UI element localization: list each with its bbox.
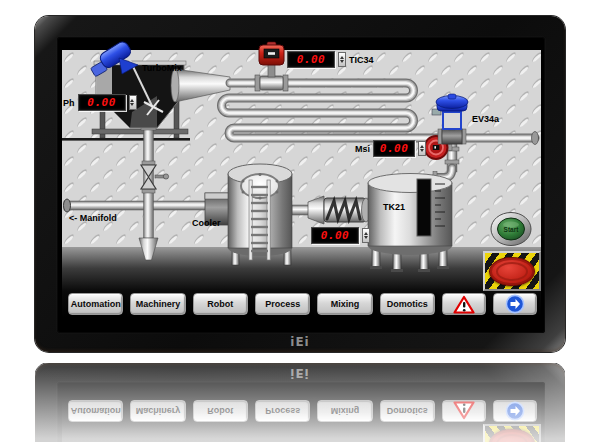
- tic34-display: 0.00 TIC34: [287, 51, 374, 68]
- reflection-fade-overlay: [35, 363, 565, 442]
- brand-logo: iEi: [35, 335, 565, 349]
- nav-button-process: Process: [255, 400, 310, 422]
- ev34a-label: EV34a: [472, 114, 499, 124]
- nav-button-row: Automation Machinery Robot Process Mixin…: [68, 400, 537, 422]
- start-button[interactable]: Start: [491, 213, 531, 246]
- nav-button-robot[interactable]: Robot: [193, 293, 248, 315]
- tk21-label: TK21: [383, 202, 405, 212]
- emergency-stop-panel: [483, 424, 541, 442]
- conveyor-display: 0.00: [311, 227, 370, 244]
- ph-spinner[interactable]: [129, 95, 137, 110]
- blue-arrow-icon: [505, 294, 525, 314]
- floor-shadow-band: [62, 397, 541, 442]
- msi-spinner[interactable]: [418, 141, 426, 156]
- nav-button-robot: Robot: [193, 400, 248, 422]
- monitor: Start TurboMix EV34a TK21 Cooler <- Mani…: [35, 16, 565, 352]
- nav-button-mixing: Mixing: [317, 400, 372, 422]
- ph-display-label: Ph: [63, 98, 75, 108]
- conveyor-display-box[interactable]: 0.00: [311, 227, 359, 244]
- emergency-stop-button: [489, 430, 535, 442]
- emergency-stop-panel: [483, 251, 541, 291]
- tic34-display-label: TIC34: [349, 55, 374, 65]
- nav-button-mixing[interactable]: Mixing: [317, 293, 372, 315]
- conveyor-spinner[interactable]: [362, 228, 370, 243]
- process-diagram: Start: [62, 397, 541, 442]
- emergency-stop-button[interactable]: [489, 257, 535, 286]
- nav-button-automation: Automation: [68, 400, 123, 422]
- ph-display-value: 0.00: [87, 97, 116, 108]
- nav-button-domotics[interactable]: Domotics: [380, 293, 435, 315]
- msi-display-box[interactable]: 0.00: [373, 140, 415, 157]
- msi-display: Msi 0.00: [355, 140, 426, 157]
- manifold-pipe: [64, 199, 207, 212]
- manifold-label: <- Manifold: [69, 213, 117, 223]
- touch-screen: Start TurboMix EV34a TK21 Cooler <- Mani…: [57, 37, 545, 333]
- start-button-label: Start: [504, 226, 520, 233]
- nav-button-automation[interactable]: Automation: [68, 293, 123, 315]
- tic34-spinner[interactable]: [338, 52, 346, 67]
- blue-arrow-icon: [505, 401, 525, 421]
- nav-button-process[interactable]: Process: [255, 293, 310, 315]
- nav-button-domotics: Domotics: [380, 400, 435, 422]
- product-scene: Start TurboMix EV34a TK21 Cooler <- Mani…: [0, 0, 600, 442]
- next-button[interactable]: [493, 293, 537, 315]
- warning-triangle-icon: [453, 402, 475, 421]
- touch-screen: Start TurboMix EV34a TK21 Cooler <- Mani…: [57, 382, 545, 442]
- msi-display-label: Msi: [355, 144, 370, 154]
- hmi-app: Start TurboMix EV34a TK21 Cooler <- Mani…: [62, 397, 541, 442]
- ph-display: Ph 0.00: [63, 94, 137, 111]
- turbomix-label: TurboMix: [142, 63, 182, 73]
- process-diagram: Start: [62, 50, 541, 318]
- alarm-button: [442, 400, 486, 422]
- nav-button-row: Automation Machinery Robot Process Mixin…: [68, 293, 537, 315]
- brand-logo: iEi: [35, 366, 565, 380]
- nav-button-machinery: Machinery: [130, 400, 185, 422]
- tic34-display-value: 0.00: [297, 54, 326, 65]
- msi-display-value: 0.00: [380, 143, 409, 154]
- ph-display-box[interactable]: 0.00: [78, 94, 126, 111]
- hmi-app: Start TurboMix EV34a TK21 Cooler <- Mani…: [62, 50, 541, 318]
- alarm-button[interactable]: [442, 293, 486, 315]
- monitor-reflection-area: Start TurboMix EV34a TK21 Cooler <- Mani…: [35, 363, 565, 442]
- reflection-clone: Start TurboMix EV34a TK21 Cooler <- Mani…: [35, 363, 565, 442]
- nav-button-machinery[interactable]: Machinery: [130, 293, 185, 315]
- cooler-label: Cooler: [192, 218, 221, 228]
- monitor-mirror-image: Start TurboMix EV34a TK21 Cooler <- Mani…: [35, 363, 565, 442]
- conveyor-display-value: 0.00: [321, 230, 350, 241]
- warning-triangle-icon: [453, 295, 475, 314]
- next-button: [493, 400, 537, 422]
- tic34-display-box[interactable]: 0.00: [287, 51, 335, 68]
